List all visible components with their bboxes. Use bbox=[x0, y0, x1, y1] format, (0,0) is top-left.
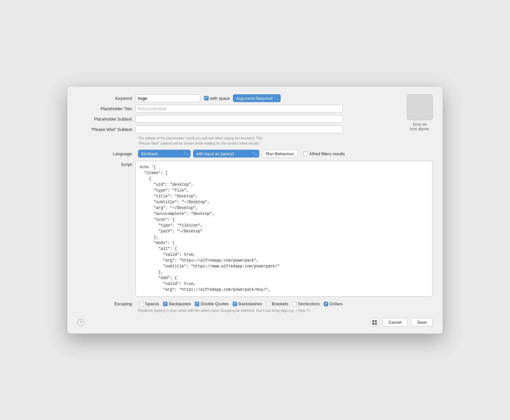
backquotes-label: Backquotes bbox=[169, 301, 191, 306]
semicolons-label: Semicolons bbox=[298, 301, 320, 306]
spaces-label: Spaces bbox=[145, 301, 159, 306]
semicolons-checkbox[interactable] bbox=[292, 302, 297, 306]
semicolons-item: Semicolons bbox=[292, 301, 320, 306]
icon-box[interactable] bbox=[407, 94, 433, 120]
keyword-label: Keyword: bbox=[77, 96, 135, 101]
icon-drop-label: Drop anicon above. bbox=[410, 122, 430, 131]
brackets-checkbox[interactable] bbox=[266, 302, 271, 306]
argument-dropdown-wrapper[interactable]: Argument Required Argument Optional No A… bbox=[233, 94, 281, 102]
cancel-button[interactable]: Cancel bbox=[382, 318, 408, 327]
help-button[interactable]: ? bbox=[77, 319, 84, 326]
language-label: Language: bbox=[77, 151, 135, 156]
language-dropdown[interactable]: /bin/bash /usr/bin/python /usr/bin/ruby … bbox=[138, 150, 191, 158]
input-dropdown[interactable]: with input as {query} with input as argv… bbox=[193, 150, 259, 158]
backquotes-checkbox[interactable] bbox=[163, 302, 168, 306]
dollars-checkbox[interactable] bbox=[324, 302, 328, 306]
brackets-item: Brackets bbox=[266, 301, 288, 306]
dollars-item: Dollars bbox=[324, 301, 342, 306]
placeholder-title-input[interactable] bbox=[135, 105, 343, 112]
placeholder-subtext-input[interactable] bbox=[135, 115, 343, 123]
placeholder-title-label: Placeholder Title: bbox=[77, 106, 135, 111]
double-quotes-item: Double Quotes bbox=[195, 301, 229, 306]
escaping-label: Escaping: bbox=[77, 301, 135, 306]
placeholder-description: The details of the placeholder result yo… bbox=[138, 136, 352, 146]
placeholder-subtext-label: Placeholder Subtext: bbox=[77, 117, 135, 122]
brackets-label: Brackets bbox=[272, 301, 288, 306]
keyword-input[interactable] bbox=[135, 94, 200, 102]
with-space-checkbox[interactable] bbox=[204, 96, 209, 100]
alfred-filters-checkbox[interactable] bbox=[303, 151, 308, 156]
script-label: Script: bbox=[77, 161, 135, 297]
backquotes-item: Backquotes bbox=[163, 301, 191, 306]
argument-dropdown[interactable]: Argument Required Argument Optional No A… bbox=[233, 94, 281, 102]
icon-drop-area: Drop anicon above. bbox=[407, 94, 433, 136]
escaping-description: Replaces {query} in your script with the… bbox=[138, 308, 352, 313]
double-quotes-label: Double Quotes bbox=[201, 301, 229, 306]
alfred-filters-label: Alfred filters results bbox=[309, 151, 345, 156]
please-wait-label: "Please Wait" Subtext: bbox=[77, 127, 135, 132]
dollars-label: Dollars bbox=[330, 301, 342, 306]
spaces-item: Spaces bbox=[139, 301, 159, 306]
script-editor[interactable]: echo '{ "items": [ { "uid": "desktop", "… bbox=[135, 161, 433, 297]
double-quotes-checkbox[interactable] bbox=[195, 302, 199, 306]
run-behaviour-button[interactable]: Run Behaviour bbox=[262, 150, 298, 158]
backslashes-checkbox[interactable] bbox=[233, 302, 237, 306]
grid-icon bbox=[372, 320, 377, 325]
with-space-label: with space bbox=[210, 96, 230, 101]
grid-button[interactable] bbox=[370, 318, 379, 327]
spaces-checkbox[interactable] bbox=[139, 302, 144, 306]
input-dropdown-wrapper[interactable]: with input as {query} with input as argv… bbox=[193, 150, 259, 158]
language-dropdown-wrapper[interactable]: /bin/bash /usr/bin/python /usr/bin/ruby … bbox=[138, 150, 191, 158]
save-button[interactable]: Save bbox=[411, 318, 433, 327]
dialog: Keyword: with space Argument Required Ar… bbox=[67, 86, 443, 333]
backslashes-item: Backslashes bbox=[233, 301, 262, 306]
please-wait-input[interactable] bbox=[135, 125, 343, 133]
backslashes-label: Backslashes bbox=[238, 301, 262, 306]
